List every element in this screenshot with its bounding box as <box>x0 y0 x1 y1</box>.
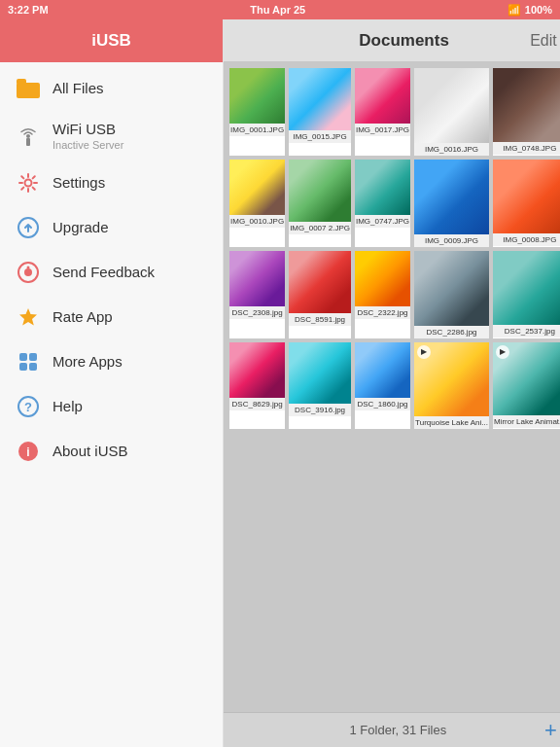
photo-label: IMG_0010.JPG <box>229 215 285 228</box>
photo-cell-15[interactable]: DSC_2537.jpg <box>493 251 560 338</box>
photo-thumb <box>493 68 560 142</box>
sidebar-item-upgrade[interactable]: Upgrade <box>0 205 223 250</box>
photo-label: DSC_8629.jpg <box>229 398 285 410</box>
photo-cell-1[interactable]: IMG_0001.JPG <box>229 68 285 156</box>
sidebar-item-all-files[interactable]: All Files <box>0 66 223 111</box>
status-day: Thu Apr 25 <box>250 4 305 16</box>
photo-label: IMG_0747.JPG <box>355 215 410 228</box>
photo-thumb <box>289 160 351 222</box>
sidebar-item-settings[interactable]: Settings <box>0 160 223 205</box>
add-button[interactable]: + <box>544 718 557 743</box>
upgrade-label: Upgrade <box>52 219 109 236</box>
photo-cell-16[interactable]: DSC_8629.jpg <box>229 342 285 430</box>
status-icons: 📶 100% <box>508 4 552 17</box>
sidebar-title: iUSB <box>91 31 131 51</box>
folder-icon <box>16 76 41 101</box>
sidebar-header: iUSB <box>0 19 223 62</box>
main-panel: Documents Edit IMG_0001.JPGIMG_0015.JPGI… <box>224 19 560 747</box>
photo-cell-3[interactable]: IMG_0017.JPG <box>355 68 410 156</box>
photo-cell-5[interactable]: IMG_0748.JPG <box>493 68 560 156</box>
sidebar-item-rate-app[interactable]: Rate App <box>0 295 223 339</box>
app-container: iUSB All Files <box>0 19 560 747</box>
photo-thumb <box>289 342 351 405</box>
photo-thumb <box>414 68 489 143</box>
photo-label: IMG_0017.JPG <box>355 124 410 136</box>
feedback-icon <box>16 260 41 285</box>
photo-thumb <box>493 160 560 233</box>
photo-label: DSC_2537.jpg <box>493 325 560 338</box>
photo-cell-18[interactable]: DSC_1860.jpg <box>355 342 410 430</box>
sidebar-item-send-feedback[interactable]: Send Feedback <box>0 250 223 295</box>
svg-rect-12 <box>19 363 27 371</box>
settings-label: Settings <box>52 174 105 192</box>
wifi-icon: 📶 <box>508 4 521 17</box>
rate-icon <box>16 304 41 330</box>
photo-label: IMG_0015.JPG <box>289 130 351 143</box>
more-apps-label: More Apps <box>52 353 122 371</box>
photo-thumb <box>229 68 285 124</box>
more-apps-icon <box>16 349 41 374</box>
photo-cell-17[interactable]: DSC_3916.jpg <box>289 342 351 430</box>
sidebar: iUSB All Files <box>0 19 224 747</box>
photo-cell-19[interactable]: ▶Turquoise Lake Ani... <box>414 342 489 430</box>
battery-label: 100% <box>525 4 552 16</box>
photo-cell-7[interactable]: IMG_0007 2.JPG <box>289 160 351 247</box>
video-badge: ▶ <box>496 345 509 359</box>
photo-thumb <box>414 251 489 326</box>
about-iusb-label: About iUSB <box>52 443 128 460</box>
photo-label: DSC_2308.jpg <box>229 306 285 319</box>
photo-thumb: ▶ <box>493 342 560 416</box>
photo-cell-2[interactable]: IMG_0015.JPG <box>289 68 351 156</box>
photo-thumb <box>493 251 560 325</box>
photo-label: DSC_3916.jpg <box>289 404 351 416</box>
photo-thumb <box>229 342 285 398</box>
photo-thumb: ▶ <box>414 342 489 417</box>
svg-rect-10 <box>19 353 27 361</box>
main-footer: 1 Folder, 31 Files + <box>224 712 560 747</box>
svg-text:?: ? <box>24 400 32 414</box>
photo-grid: IMG_0001.JPGIMG_0015.JPGIMG_0017.JPGIMG_… <box>224 62 560 712</box>
photo-thumb <box>289 251 351 313</box>
photo-cell-6[interactable]: IMG_0010.JPG <box>229 160 285 247</box>
photo-thumb <box>229 160 285 215</box>
photo-label: IMG_0007 2.JPG <box>289 222 351 234</box>
photo-cell-10[interactable]: IMG_0008.JPG <box>493 160 560 247</box>
help-label: Help <box>52 398 83 415</box>
photo-label: DSC_2286.jpg <box>414 326 489 338</box>
rate-app-label: Rate App <box>52 308 113 326</box>
status-time: 3:22 PM <box>8 4 49 16</box>
photo-cell-8[interactable]: IMG_0747.JPG <box>355 160 410 247</box>
main-header: Documents Edit <box>224 19 560 62</box>
photo-label: DSC_8591.jpg <box>289 313 351 326</box>
photo-label: DSC_1860.jpg <box>355 398 410 410</box>
sidebar-item-more-apps[interactable]: More Apps <box>0 339 223 384</box>
svg-point-4 <box>25 180 32 187</box>
edit-button[interactable]: Edit <box>530 32 557 50</box>
photo-cell-14[interactable]: DSC_2286.jpg <box>414 251 489 338</box>
all-files-label: All Files <box>52 80 104 97</box>
photo-cell-12[interactable]: DSC_8591.jpg <box>289 251 351 338</box>
svg-marker-9 <box>19 308 37 326</box>
photo-cell-4[interactable]: IMG_0016.JPG <box>414 68 489 156</box>
sidebar-item-about-iusb[interactable]: i About iUSB <box>0 429 223 474</box>
photo-label: IMG_0016.JPG <box>414 143 489 156</box>
footer-summary: 1 Folder, 31 Files <box>350 723 447 737</box>
photo-thumb <box>355 342 410 398</box>
wifi-usb-icon <box>16 124 41 149</box>
photo-thumb <box>355 160 410 215</box>
photo-cell-13[interactable]: DSC_2322.jpg <box>355 251 410 338</box>
svg-rect-0 <box>17 83 40 98</box>
photo-cell-20[interactable]: ▶Mirror Lake Animat... <box>493 342 560 430</box>
photo-label: Turquoise Lake Ani... <box>414 416 489 429</box>
sidebar-item-help[interactable]: ? Help <box>0 384 223 429</box>
documents-title: Documents <box>278 31 530 51</box>
help-icon: ? <box>16 394 41 419</box>
wifi-usb-label: WiFi USB <box>52 121 123 138</box>
photo-cell-9[interactable]: IMG_0009.JPG <box>414 160 489 247</box>
photo-cell-11[interactable]: DSC_2308.jpg <box>229 251 285 338</box>
photo-label: IMG_0008.JPG <box>493 233 560 246</box>
photo-label: Mirror Lake Animat... <box>493 415 560 428</box>
sidebar-item-wifi-usb[interactable]: WiFi USB Inactive Server <box>0 111 223 160</box>
about-icon: i <box>16 439 41 464</box>
feedback-label: Send Feedback <box>52 264 155 281</box>
